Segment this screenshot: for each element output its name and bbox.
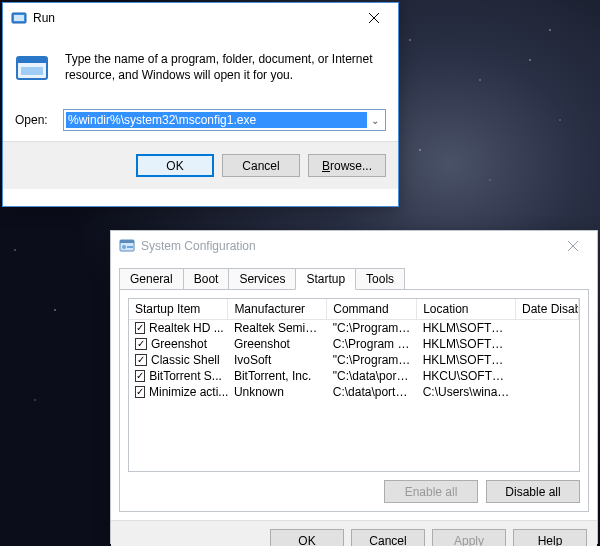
tab-boot[interactable]: Boot (183, 268, 230, 290)
run-titlebar[interactable]: Run (3, 3, 398, 33)
cell-startup-item: Greenshot (151, 337, 207, 351)
cancel-button[interactable]: Cancel (351, 529, 425, 546)
ok-button-label: OK (166, 159, 183, 173)
tab-general[interactable]: General (119, 268, 184, 290)
cell-startup-item: Realtek HD ... (149, 321, 224, 335)
svg-rect-1 (14, 15, 24, 21)
cell-date-disabled (516, 336, 579, 352)
cell-manufacturer: IvoSoft (228, 352, 327, 368)
col-location[interactable]: Location (417, 299, 516, 320)
col-command[interactable]: Command (327, 299, 417, 320)
system-configuration-dialog: System Configuration General Boot Servic… (110, 230, 598, 544)
table-row[interactable]: ✓Classic ShellIvoSoft"C:\Program Fil...H… (129, 352, 579, 368)
svg-rect-8 (120, 240, 134, 243)
cell-command: "C:\data\porta... (327, 368, 417, 384)
checkbox-icon[interactable]: ✓ (135, 338, 147, 350)
cell-command: C:\data\portab... (327, 384, 417, 400)
open-input-value[interactable]: %windir%\system32\msconfig1.exe (66, 112, 367, 128)
col-date-disabled[interactable]: Date Disabled (516, 299, 579, 320)
col-manufacturer[interactable]: Manufacturer (228, 299, 327, 320)
tab-tools[interactable]: Tools (355, 268, 405, 290)
enable-all-label: Enable all (405, 485, 458, 499)
cell-location: HKLM\SOFTWARE\M... (417, 320, 516, 337)
tab-services[interactable]: Services (228, 268, 296, 290)
cell-location: C:\Users\winaero\A... (417, 384, 516, 400)
cell-date-disabled (516, 352, 579, 368)
browse-button-label: Browse... (322, 159, 372, 173)
table-row[interactable]: ✓Realtek HD ...Realtek Semico..."C:\Prog… (129, 320, 579, 337)
svg-rect-5 (17, 57, 47, 63)
close-icon (568, 241, 578, 251)
cell-date-disabled (516, 368, 579, 384)
cell-command: C:\Program Fil... (327, 336, 417, 352)
cell-manufacturer: Realtek Semico... (228, 320, 327, 337)
cell-command: "C:\Program Fil... (327, 352, 417, 368)
startup-header-row: Startup Item Manufacturer Command Locati… (129, 299, 579, 320)
cell-startup-item: Minimize acti... (149, 385, 228, 399)
sysconfig-button-row: OK Cancel Apply Help (111, 520, 597, 546)
close-icon (369, 13, 379, 23)
svg-rect-10 (127, 246, 133, 248)
ok-button[interactable]: OK (270, 529, 344, 546)
tab-content-startup: Startup Item Manufacturer Command Locati… (119, 289, 589, 512)
cancel-button-label: Cancel (242, 159, 279, 173)
tab-strip: General Boot Services Startup Tools (119, 268, 589, 290)
run-description: Type the name of a program, folder, docu… (65, 51, 386, 87)
run-dialog: Run Type the name of a program, folder, … (2, 2, 399, 207)
checkbox-icon[interactable]: ✓ (135, 386, 145, 398)
ok-label: OK (298, 534, 315, 547)
cell-date-disabled (516, 320, 579, 337)
svg-point-9 (122, 245, 126, 249)
close-button[interactable] (351, 4, 396, 32)
cell-manufacturer: Unknown (228, 384, 327, 400)
apply-button[interactable]: Apply (432, 529, 506, 546)
svg-rect-6 (21, 67, 43, 75)
run-title: Run (33, 11, 351, 25)
sysconfig-titlebar[interactable]: System Configuration (111, 231, 597, 261)
checkbox-icon[interactable]: ✓ (135, 322, 145, 334)
cell-startup-item: BitTorrent S... (149, 369, 222, 383)
cell-manufacturer: Greenshot (228, 336, 327, 352)
open-label: Open: (15, 113, 55, 127)
sysconfig-titlebar-icon (119, 238, 135, 254)
table-row[interactable]: ✓Minimize acti...UnknownC:\data\portab..… (129, 384, 579, 400)
checkbox-icon[interactable]: ✓ (135, 354, 147, 366)
table-row[interactable]: ✓BitTorrent S...BitTorrent, Inc."C:\data… (129, 368, 579, 384)
cancel-label: Cancel (369, 534, 406, 547)
sysconfig-title: System Configuration (141, 239, 550, 253)
cell-date-disabled (516, 384, 579, 400)
cell-location: HKLM\SOFTWARE\M... (417, 336, 516, 352)
run-app-icon (15, 51, 51, 87)
cell-location: HKCU\SOFTWARE\M... (417, 368, 516, 384)
startup-button-row: Enable all Disable all (128, 480, 580, 503)
apply-label: Apply (454, 534, 484, 547)
help-button[interactable]: Help (513, 529, 587, 546)
ok-button[interactable]: OK (136, 154, 214, 177)
open-combobox[interactable]: %windir%\system32\msconfig1.exe ⌄ (63, 109, 386, 131)
cell-startup-item: Classic Shell (151, 353, 220, 367)
chevron-down-icon[interactable]: ⌄ (367, 115, 383, 126)
table-row[interactable]: ✓GreenshotGreenshotC:\Program Fil...HKLM… (129, 336, 579, 352)
browse-button[interactable]: Browse... (308, 154, 386, 177)
col-startup-item[interactable]: Startup Item (129, 299, 228, 320)
close-button[interactable] (550, 232, 595, 260)
tab-startup[interactable]: Startup (295, 268, 356, 290)
cell-location: HKLM\SOFTWARE\M... (417, 352, 516, 368)
startup-list[interactable]: Startup Item Manufacturer Command Locati… (128, 298, 580, 472)
cell-manufacturer: BitTorrent, Inc. (228, 368, 327, 384)
enable-all-button[interactable]: Enable all (384, 480, 478, 503)
run-body: Type the name of a program, folder, docu… (3, 33, 398, 141)
checkbox-icon[interactable]: ✓ (135, 370, 145, 382)
disable-all-button[interactable]: Disable all (486, 480, 580, 503)
help-label: Help (538, 534, 563, 547)
cancel-button[interactable]: Cancel (222, 154, 300, 177)
run-button-row: OK Cancel Browse... (3, 141, 398, 189)
disable-all-label: Disable all (505, 485, 560, 499)
run-titlebar-icon (11, 10, 27, 26)
cell-command: "C:\Program Fil... (327, 320, 417, 337)
